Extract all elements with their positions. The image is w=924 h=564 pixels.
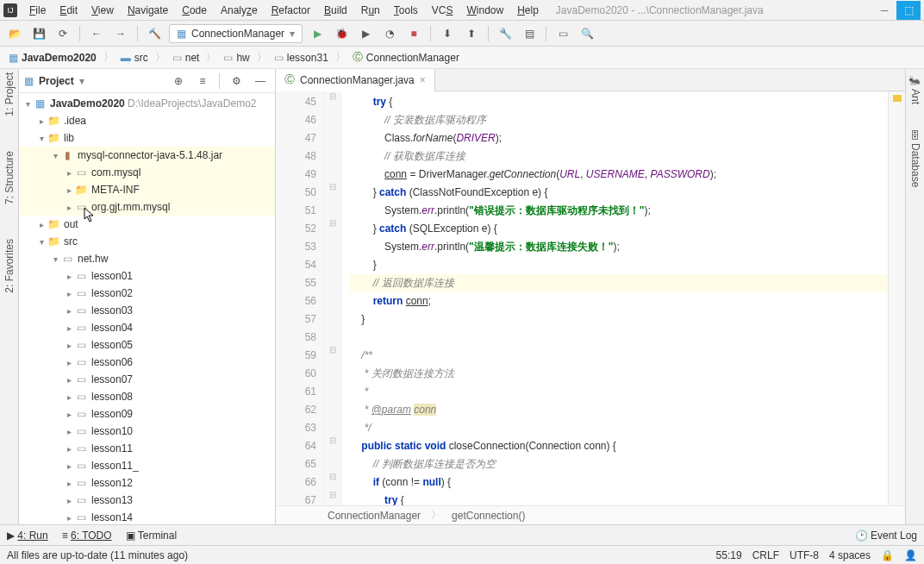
menu-refactor[interactable]: Refactor [265,4,317,16]
tree-lesson07[interactable]: ▸▭lesson07 [19,371,275,388]
build-icon[interactable]: 🔨 [145,24,164,43]
status-enc[interactable]: UTF-8 [790,549,819,561]
menu-file[interactable]: FFileile [22,4,53,16]
side-favorites-tab[interactable]: 2: Favorites [3,239,16,293]
tree-lesson13[interactable]: ▸▭lesson13 [19,492,275,509]
hector-icon[interactable]: 👤 [904,549,917,561]
tree-lesson04[interactable]: ▸▭lesson04 [19,319,275,336]
left-side-toolbar: 1: Project 7: Structure 2: Favorites [0,69,19,524]
side-database-tab[interactable]: 🗄Database [909,130,921,187]
menu-help[interactable]: Help [510,4,546,16]
project-tree[interactable]: ▾▦JavaDemo2020 D:\IdeaProjects\JavaDemo2… [19,93,275,524]
tool-todo[interactable]: ≡ 6: TODO [62,530,112,542]
menu-analyze[interactable]: Analyze [214,4,265,16]
tree-lesson02[interactable]: ▸▭lesson02 [19,285,275,302]
run-icon[interactable]: ▶ [308,24,327,43]
tree-nethw[interactable]: ▾▭net.hw [19,250,275,267]
window-maximize[interactable]: ⬚ [896,1,921,20]
vcs-update-icon[interactable]: ⬇ [438,24,457,43]
gear-icon[interactable]: ⚙ [227,72,246,91]
menubar: IJ FFileile Edit View Navigate Code Anal… [0,0,924,21]
bc-class[interactable]: ConnectionManager [328,510,421,522]
side-ant-tab[interactable]: 🐜Ant [909,74,921,104]
window-minimize[interactable]: ─ [872,1,896,20]
status-eol[interactable]: CRLF [752,549,779,561]
profile-icon[interactable]: ◔ [380,24,399,43]
menu-build[interactable]: Build [317,4,354,16]
crumb-project[interactable]: ▦JavaDemo2020 [5,52,100,64]
tree-lesson06[interactable]: ▸▭lesson06 [19,354,275,371]
vcs-commit-icon[interactable]: ⬆ [462,24,481,43]
settings-icon[interactable]: 🔧 [496,24,515,43]
crumb-class[interactable]: ⒸConnectionManager [349,50,463,65]
status-indent[interactable]: 4 spaces [829,549,871,561]
tree-lesson01[interactable]: ▸▭lesson01 [19,267,275,285]
editor: Ⓒ ConnectionManager.java × 4546474849505… [276,69,905,524]
select-opened-icon[interactable]: ⊕ [169,72,188,91]
fold-gutter[interactable]: ⊟⊟⊟⊟⊟⊟⊟ [324,91,341,505]
tree-lesson12[interactable]: ▸▭lesson12 [19,474,275,492]
menu-view[interactable]: View [84,4,121,16]
menu-code[interactable]: Code [175,4,214,16]
avd-icon[interactable]: ▭ [553,24,572,43]
bottom-toolbar: ▶ 4: Run ≡ 6: TODO ▣ Terminal 🕑 Event Lo… [0,524,924,545]
error-stripe[interactable] [888,91,905,505]
status-pos[interactable]: 55:19 [716,549,742,561]
coverage-icon[interactable]: ▶ [356,24,375,43]
tree-jar-pkg1[interactable]: ▸▭com.mysql [19,164,275,181]
status-msg: All files are up-to-date (11 minutes ago… [7,549,188,561]
menu-edit[interactable]: Edit [53,4,84,16]
search-icon[interactable]: 🔍 [578,24,596,43]
menu-vcs[interactable]: VCS [425,4,460,16]
menu-run[interactable]: Run [354,4,387,16]
tree-src[interactable]: ▾📁src [19,233,275,250]
crumb-src[interactable]: ▬src [117,52,152,64]
tree-jar-pkg3[interactable]: ▸▭org.gjt.mm.mysql [19,198,275,216]
structure-icon[interactable]: ▤ [520,24,539,43]
tree-root[interactable]: ▾▦JavaDemo2020 D:\IdeaProjects\JavaDemo2 [19,95,275,112]
window-title-path: JavaDemo2020 - ...\ConnectionManager.jav… [556,4,764,16]
tree-idea[interactable]: ▸📁.idea [19,112,275,129]
tree-lib[interactable]: ▾📁lib [19,129,275,147]
debug-icon[interactable]: 🐞 [332,24,351,43]
main: 1: Project 7: Structure 2: Favorites ▦ P… [0,69,924,524]
tree-jar-pkg2[interactable]: ▸📁META-INF [19,181,275,198]
tool-terminal[interactable]: ▣ Terminal [126,530,177,542]
save-icon[interactable]: 💾 [29,24,48,43]
tool-eventlog[interactable]: 🕑 Event Log [855,530,917,542]
refresh-icon[interactable]: ⟳ [53,24,72,43]
lock-icon[interactable]: 🔒 [881,549,894,561]
forward-icon[interactable]: → [111,24,130,43]
tree-lesson05[interactable]: ▸▭lesson05 [19,336,275,354]
tree-lesson08[interactable]: ▸▭lesson08 [19,388,275,405]
expand-all-icon[interactable]: ≡ [193,72,212,91]
nav-breadcrumbs: ▦JavaDemo2020 〉 ▬src 〉 ▭net 〉 ▭hw 〉 ▭les… [0,47,924,69]
crumb-lesson31[interactable]: ▭lesson31 [271,52,332,64]
code-text[interactable]: try { // 安装数据库驱动程序 Class.forName(DRIVER)… [341,91,888,505]
menu-navigate[interactable]: Navigate [121,4,175,16]
back-icon[interactable]: ← [87,24,106,43]
bc-method[interactable]: getConnection() [452,510,525,522]
menu-window[interactable]: Window [459,4,510,16]
tool-run[interactable]: ▶ 4: Run [7,530,48,542]
tree-lesson03[interactable]: ▸▭lesson03 [19,302,275,319]
code-area[interactable]: 4546474849505152535455565758596061626364… [276,91,905,505]
tree-lesson14[interactable]: ▸▭lesson14 [19,509,275,524]
tree-lesson11[interactable]: ▸▭lesson11 [19,440,275,457]
run-config-select[interactable]: ▦ ConnectionManager ▾ [169,24,303,43]
tree-lesson11_[interactable]: ▸▭lesson11_ [19,457,275,474]
crumb-hw[interactable]: ▭hw [220,52,253,64]
crumb-net[interactable]: ▭net [169,52,203,64]
tree-lesson10[interactable]: ▸▭lesson10 [19,423,275,440]
tree-lesson09[interactable]: ▸▭lesson09 [19,405,275,423]
stop-icon[interactable]: ■ [404,24,423,43]
close-icon[interactable]: × [420,74,426,86]
side-structure-tab[interactable]: 7: Structure [3,151,16,204]
tree-out[interactable]: ▸📁out [19,216,275,233]
tab-connectionmanager[interactable]: Ⓒ ConnectionManager.java × [276,69,435,91]
hide-icon[interactable]: — [251,72,270,91]
menu-tools[interactable]: Tools [387,4,425,16]
open-icon[interactable]: 📂 [5,24,24,43]
side-project-tab[interactable]: 1: Project [3,72,16,116]
tree-jar[interactable]: ▾▮mysql-connector-java-5.1.48.jar [19,147,275,164]
